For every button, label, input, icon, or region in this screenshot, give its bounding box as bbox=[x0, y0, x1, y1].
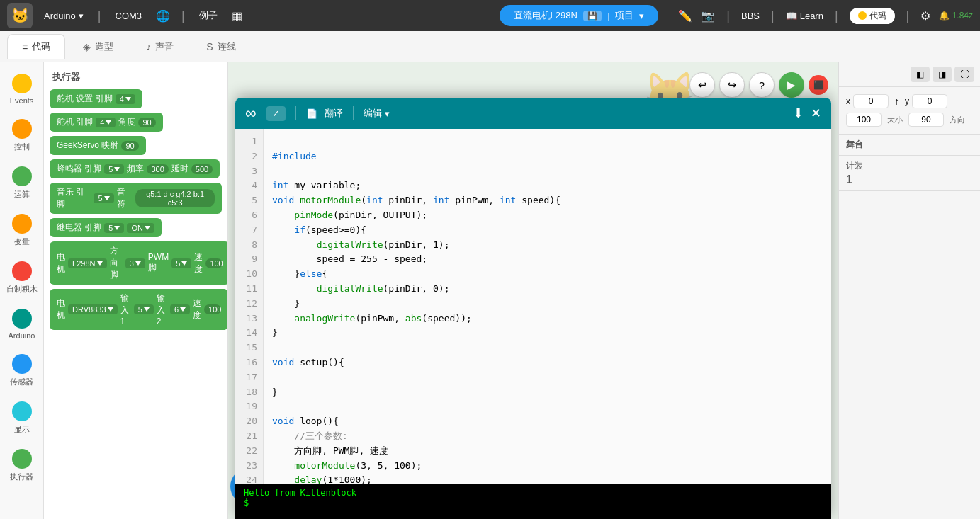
y-field: y bbox=[905, 94, 947, 108]
size-label: 大小 bbox=[887, 115, 903, 125]
code-close-button[interactable]: ✕ bbox=[811, 105, 821, 121]
x-input[interactable] bbox=[853, 94, 889, 108]
servo-angle-block[interactable]: 舵机 引脚 4 角度 90 bbox=[50, 113, 163, 132]
tab-bar: ≡ 代码 ◈ 造型 ♪ 声音 S 连线 bbox=[0, 31, 980, 62]
blocks-panel: 执行器 舵机 设置 引脚 4 舵机 引脚 4 角度 90 GeekServo 映… bbox=[44, 62, 228, 519]
sidebar-item-operators[interactable]: 运算 bbox=[3, 161, 41, 205]
servo-angle-row: 舵机 引脚 4 角度 90 bbox=[50, 113, 222, 132]
motor-l298n-block[interactable]: 电机 L298N 方向脚 3 PWM脚 5 速度 100 bbox=[50, 241, 228, 285]
sep2: | bbox=[181, 8, 185, 23]
sidebar-item-sensors[interactable]: 传感器 bbox=[3, 348, 41, 393]
motor-speed-badge: 100 bbox=[205, 258, 223, 268]
verify-button[interactable]: ✓ bbox=[266, 106, 286, 121]
events-dot bbox=[12, 74, 32, 93]
relay-state-dropdown[interactable]: ON bbox=[127, 223, 154, 233]
tab-model[interactable]: ◈ 造型 bbox=[68, 34, 128, 59]
motor-drv-type-dropdown[interactable]: DRV8833 bbox=[68, 304, 118, 314]
y-label: y bbox=[905, 96, 909, 106]
y-input[interactable] bbox=[912, 94, 947, 108]
save-icon: 💾 bbox=[583, 11, 602, 21]
code-tab-label: 代码 bbox=[32, 40, 50, 53]
motor-pwm-dropdown[interactable]: 5 bbox=[171, 258, 191, 268]
fullscreen-button[interactable]: ⛶ bbox=[954, 67, 974, 82]
code-button[interactable]: 代码 bbox=[850, 8, 895, 24]
motor-in2-dropdown[interactable]: 6 bbox=[170, 304, 190, 314]
example-button[interactable]: 例子 bbox=[193, 6, 223, 25]
fullscreen-buttons: ◧ ◨ ⛶ bbox=[839, 62, 980, 87]
geekservo-block[interactable]: GeekServo 映射 90 bbox=[50, 136, 146, 155]
buzzer-pin-dropdown[interactable]: 5 bbox=[104, 164, 124, 174]
sidebar-item-custom[interactable]: 自制积木 bbox=[3, 256, 41, 300]
edit-icon[interactable]: ✏️ bbox=[678, 9, 692, 23]
servo-set-block[interactable]: 舵机 设置 引脚 4 bbox=[50, 89, 142, 108]
blocks-icon[interactable]: ▦ bbox=[229, 6, 245, 25]
stop-button[interactable]: ⬛ bbox=[809, 75, 828, 95]
motor-drv-speed-badge: 100 bbox=[204, 304, 221, 314]
download-button[interactable]: ⬇ bbox=[793, 105, 804, 121]
sidebar-item-control[interactable]: 控制 bbox=[3, 113, 41, 158]
code-body: 1234567891011121314151617181920212223242… bbox=[235, 129, 831, 519]
motor-type-dropdown[interactable]: L298N bbox=[68, 258, 106, 268]
bbs-button[interactable]: BBS bbox=[741, 11, 760, 21]
music-block[interactable]: 音乐 引脚 5 音符 g5:1 d c g4:2 b:1 c5:3 bbox=[50, 183, 222, 214]
motor-l298n-row: 电机 L298N 方向脚 3 PWM脚 5 速度 100 bbox=[50, 241, 222, 285]
toolbar: ↩ ↪ ? ▶ ⬛ bbox=[689, 72, 828, 98]
sound-tab-icon: ♪ bbox=[146, 41, 151, 52]
arduino-label: Arduino bbox=[9, 331, 35, 340]
sidebar-item-events[interactable]: Events bbox=[3, 68, 41, 110]
sidebar-item-display[interactable]: 显示 bbox=[3, 396, 41, 440]
code-tab-icon: ≡ bbox=[22, 41, 28, 52]
terminal-text: Hello from Kittenblock$ bbox=[244, 488, 356, 508]
code-text: #include int my_variable;void motorModul… bbox=[264, 129, 831, 484]
edit-dropdown[interactable]: 编辑 ▾ bbox=[364, 107, 390, 120]
tab-sound[interactable]: ♪ 声音 bbox=[131, 34, 188, 59]
y-arrow-icon: ↑ bbox=[894, 96, 899, 107]
relay-pin-dropdown[interactable]: 5 bbox=[104, 223, 124, 233]
redo-button[interactable]: ↪ bbox=[719, 72, 745, 98]
signal-info: 🔔 1.84z bbox=[939, 11, 973, 21]
direction-input[interactable] bbox=[908, 113, 944, 127]
undo-button[interactable]: ↩ bbox=[689, 72, 715, 98]
relay-block[interactable]: 继电器 引脚 5 ON bbox=[50, 218, 162, 237]
score-section: 计装 1 bbox=[839, 156, 980, 191]
code-content[interactable]: 1234567891011121314151617181920212223242… bbox=[235, 129, 831, 484]
servo-pin2-dropdown[interactable]: 4 bbox=[96, 118, 116, 127]
size-input[interactable] bbox=[846, 113, 882, 127]
buzzer-block[interactable]: 蜂鸣器 引脚 5 频率 300 延时 500 bbox=[50, 159, 220, 178]
geekservo-row: GeekServo 映射 90 bbox=[50, 136, 222, 155]
line-numbers: 1234567891011121314151617181920212223242… bbox=[235, 129, 264, 484]
connect-tab-icon: S bbox=[206, 41, 213, 52]
right-panel: ◧ ◨ ⛶ x ↑ y 大小 方向 bbox=[838, 62, 980, 519]
relay-row: 继电器 引脚 5 ON bbox=[50, 218, 222, 237]
file-icon[interactable]: 📄 bbox=[306, 108, 317, 119]
music-pin-dropdown[interactable]: 5 bbox=[94, 193, 113, 203]
motor-in1-dropdown[interactable]: 5 bbox=[134, 304, 154, 314]
sidebar-item-arduino[interactable]: Arduino bbox=[3, 303, 41, 346]
project-selector[interactable]: 直流电机L298N 💾 | 项目 ▾ bbox=[500, 5, 659, 26]
expand-right-button[interactable]: ◨ bbox=[933, 67, 952, 82]
motor-dir-dropdown[interactable]: 3 bbox=[125, 258, 145, 268]
motor-drv-block[interactable]: 电机 DRV8833 输入1 5 输入2 6 速度 100 bbox=[50, 289, 228, 330]
x-label: x bbox=[846, 96, 850, 106]
sensors-label: 传感器 bbox=[10, 377, 33, 387]
tab-code[interactable]: ≡ 代码 bbox=[7, 34, 65, 59]
custom-label: 自制积木 bbox=[6, 284, 38, 295]
code-editor: ∞ ✓ 📄 翻译 编辑 ▾ ⬇ ✕ bbox=[235, 98, 831, 519]
com-port[interactable]: COM3 bbox=[110, 8, 148, 24]
expand-left-button[interactable]: ◧ bbox=[911, 67, 930, 82]
run-button[interactable]: ▶ bbox=[779, 72, 804, 98]
canvas-area[interactable]: 🐱 Arduino Setup loop 电机 L298N 方向脚 3 PWM脚… bbox=[228, 62, 838, 519]
servo-pin-dropdown[interactable]: 4 bbox=[116, 94, 135, 104]
arduino-menu[interactable]: Arduino ▾ bbox=[38, 8, 89, 24]
camera-icon[interactable]: 📷 bbox=[701, 9, 715, 23]
main-content: Events 控制 运算 变量 自制积木 Arduino 传感器 显示 bbox=[0, 62, 980, 519]
learn-button[interactable]: 📖 Learn bbox=[786, 11, 823, 21]
sidebar-item-variables[interactable]: 变量 bbox=[3, 208, 41, 253]
tab-connect[interactable]: S 连线 bbox=[191, 34, 250, 59]
operators-label: 运算 bbox=[14, 189, 30, 200]
custom-dot bbox=[12, 261, 32, 281]
globe-icon[interactable]: 🌐 bbox=[153, 6, 173, 25]
translate-button[interactable]: 翻译 bbox=[325, 107, 343, 120]
settings-icon[interactable]: ⚙ bbox=[920, 9, 930, 23]
help-button[interactable]: ? bbox=[749, 72, 775, 98]
